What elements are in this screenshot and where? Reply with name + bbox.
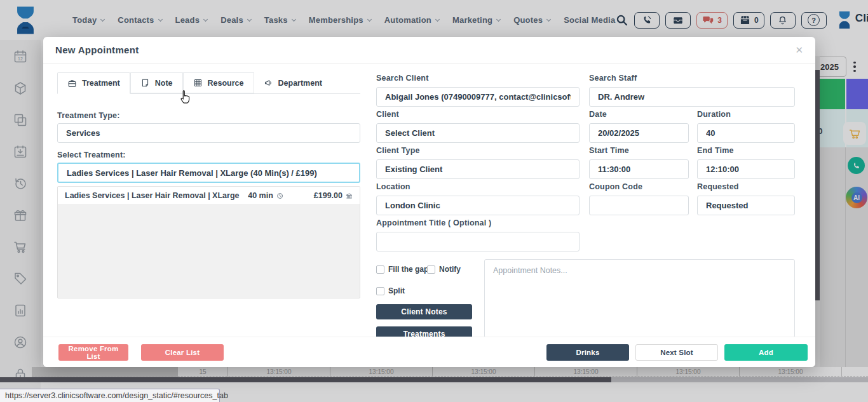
client-label: Client (376, 110, 399, 119)
modal-title: New Appointment (55, 44, 139, 55)
tab-note[interactable]: Note (130, 72, 183, 93)
start-time-input[interactable] (589, 159, 689, 179)
modal-header: New Appointment ✕ (43, 37, 815, 64)
client-type-input[interactable] (376, 159, 580, 179)
split-option: Split (376, 286, 405, 295)
close-icon[interactable]: ✕ (795, 44, 803, 56)
duration-label: Duration (697, 110, 731, 119)
tab-label: Treatment (82, 79, 120, 88)
tab-label: Department (278, 79, 322, 88)
treatment-type-label: Treatment Type: (57, 111, 120, 120)
treatment-duration: 40 min (248, 191, 283, 200)
grid-icon (193, 78, 203, 88)
add-button[interactable]: Add (724, 344, 808, 361)
end-time-label: End Time (697, 146, 734, 155)
appointment-title-label: Appointment Title ( Optional ) (376, 218, 491, 227)
select-treatment-input[interactable] (57, 163, 360, 183)
treatment-price: £199.00 (314, 191, 353, 200)
remove-from-list-button[interactable]: Remove From List (58, 344, 128, 361)
duration-text: 40 min (248, 191, 273, 200)
appointment-notes-textarea[interactable] (484, 259, 795, 338)
date-label: Date (589, 110, 607, 119)
search-client-input[interactable] (376, 87, 580, 107)
search-client-label: Search Client (376, 74, 429, 83)
tab-label: Resource (208, 79, 244, 88)
requested-label: Requested (697, 182, 739, 191)
search-staff-label: Search Staff (589, 74, 637, 83)
treatment-list-row[interactable]: Ladies Services | Laser Hair Removal | X… (58, 187, 360, 205)
split-checkbox[interactable] (376, 287, 384, 295)
coupon-code-input[interactable] (589, 196, 689, 215)
duration-input[interactable] (697, 123, 795, 143)
search-staff-input[interactable] (589, 87, 795, 107)
next-slot-button[interactable]: Next Slot (635, 344, 718, 361)
location-input[interactable] (376, 196, 580, 215)
briefcase-icon (67, 79, 77, 88)
tab-department[interactable]: Department (254, 72, 332, 93)
appointment-title-input[interactable] (376, 232, 580, 251)
new-appointment-modal: New Appointment ✕ Treatment Note Resourc… (43, 37, 815, 367)
browser-status-bar: https://server3.clinicsoftware.com/desig… (0, 389, 220, 402)
location-label: Location (376, 182, 410, 191)
tab-label: Note (155, 79, 173, 88)
tab-treatment[interactable]: Treatment (57, 72, 130, 94)
modal-tabs: Treatment Note Resource Department (57, 72, 360, 94)
start-time-label: Start Time (589, 146, 629, 155)
screen: Today Contacts Leads Deals Tasks Members… (0, 0, 868, 402)
split-label: Split (388, 286, 405, 295)
clock-icon (276, 192, 283, 199)
fill-the-gap-option: Fill the gap (376, 265, 428, 274)
fill-the-gap-checkbox[interactable] (376, 265, 384, 274)
modal-footer: Remove From List Clear List Drinks Next … (43, 337, 815, 367)
note-icon (140, 78, 150, 88)
status-url: https://server3.clinicsoftware.com/desig… (5, 391, 228, 400)
bank-icon (346, 192, 353, 199)
tab-resource[interactable]: Resource (183, 72, 254, 93)
client-notes-button[interactable]: Client Notes (376, 304, 472, 319)
end-time-input[interactable] (697, 159, 795, 179)
select-treatment-label: Select Treatment: (57, 151, 126, 159)
treatment-list: Ladies Services | Laser Hair Removal | X… (57, 186, 360, 298)
date-input[interactable] (589, 123, 689, 143)
fill-the-gap-label: Fill the gap (388, 265, 428, 274)
coupon-code-label: Coupon Code (589, 182, 642, 191)
treatment-type-input[interactable] (57, 123, 360, 143)
notify-label: Notify (439, 265, 461, 274)
client-type-label: Client Type (376, 146, 420, 155)
price-text: £199.00 (314, 191, 342, 200)
clear-list-button[interactable]: Clear List (141, 344, 224, 361)
drinks-button[interactable]: Drinks (546, 344, 629, 361)
client-input[interactable] (376, 123, 580, 143)
notify-option: Notify (427, 265, 461, 274)
treatment-name: Ladies Services | Laser Hair Removal | X… (65, 191, 248, 200)
requested-input[interactable] (697, 196, 795, 215)
megaphone-icon (264, 78, 273, 88)
notify-checkbox[interactable] (427, 265, 435, 274)
